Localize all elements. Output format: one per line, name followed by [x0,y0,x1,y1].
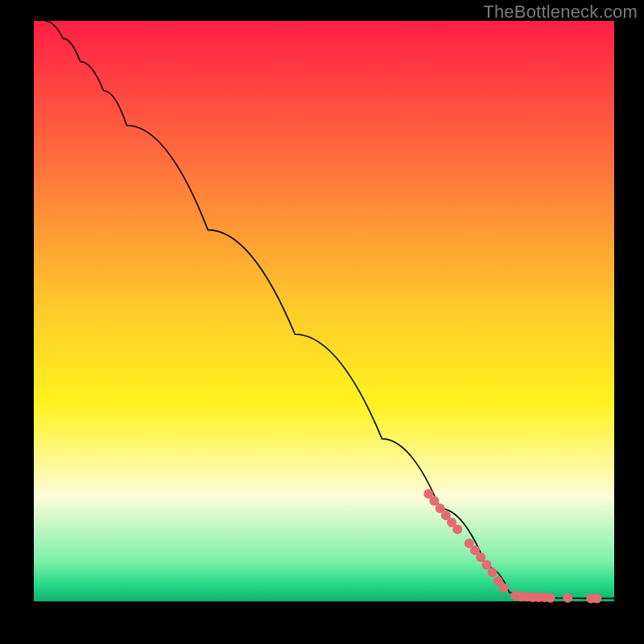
marker-point [476,552,485,562]
marker-point [563,593,572,603]
watermark-text: TheBottleneck.com [483,2,638,23]
marker-point [488,568,497,577]
plot-background [34,21,614,601]
plot-svg [0,0,644,644]
chart-stage: TheBottleneck.com [0,0,644,644]
marker-point [499,583,509,592]
marker-point [452,525,462,535]
marker-point [546,593,555,603]
marker-point [592,593,601,603]
